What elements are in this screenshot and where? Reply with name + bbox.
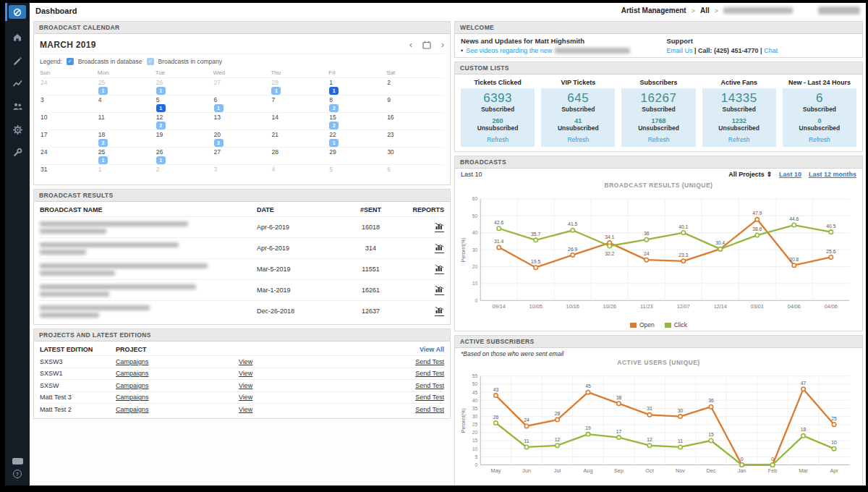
broadcast-count-badge[interactable]: 1: [156, 104, 166, 112]
home-icon[interactable]: [12, 31, 23, 43]
edit-pencil-icon[interactable]: [12, 54, 23, 66]
project-link[interactable]: Campaigns: [116, 358, 149, 365]
breadcrumb-redacted-item[interactable]: [723, 7, 793, 14]
data-point[interactable]: [608, 244, 611, 247]
checkbox-broadcasts-in-company[interactable]: ✓: [147, 58, 154, 65]
data-point[interactable]: [647, 413, 651, 417]
last-12-months-link[interactable]: Last 12 months: [809, 171, 856, 178]
help-icon[interactable]: ?: [13, 470, 22, 478]
data-point[interactable]: [617, 436, 621, 439]
project-link[interactable]: Campaigns: [116, 382, 149, 389]
calendar-icon[interactable]: [422, 41, 431, 49]
data-point[interactable]: [681, 259, 685, 263]
send-test-link[interactable]: Send Test: [415, 370, 444, 377]
data-point[interactable]: [681, 231, 685, 234]
broadcast-count-badge[interactable]: 1: [156, 156, 166, 164]
next-month-icon[interactable]: ›: [441, 41, 444, 49]
calendar-day[interactable]: 4: [271, 164, 328, 182]
data-point[interactable]: [678, 415, 682, 418]
broadcast-count-badge[interactable]: 1: [156, 87, 166, 95]
broadcast-count-badge[interactable]: 2: [329, 122, 339, 130]
data-point[interactable]: [534, 238, 537, 242]
calendar-day[interactable]: 30: [386, 147, 444, 164]
data-point[interactable]: [497, 245, 501, 249]
broadcast-count-badge[interactable]: 2: [329, 104, 339, 112]
broadcast-count-badge[interactable]: 1: [329, 87, 339, 95]
data-point[interactable]: [755, 233, 759, 237]
data-point[interactable]: [571, 229, 574, 232]
checkbox-broadcasts-in-database[interactable]: ✓: [67, 58, 74, 65]
chat-link[interactable]: Chat: [764, 47, 778, 54]
send-test-link[interactable]: Send Test: [415, 382, 444, 389]
broadcast-count-badge[interactable]: 1: [329, 139, 339, 147]
report-chart-button[interactable]: [435, 244, 444, 253]
broadcast-count-badge[interactable]: 1: [214, 104, 224, 112]
calendar-day[interactable]: 2: [156, 164, 213, 182]
calendar-day[interactable]: 203: [213, 130, 271, 147]
broadcast-name-redacted[interactable]: [40, 305, 257, 318]
data-point[interactable]: [556, 417, 559, 421]
calendar-day[interactable]: 24: [40, 147, 98, 164]
data-point[interactable]: [644, 237, 648, 241]
view-link[interactable]: View: [239, 394, 252, 401]
view-link[interactable]: View: [239, 382, 252, 389]
calendar-day[interactable]: 14: [271, 112, 328, 130]
calendar-day[interactable]: 2: [386, 77, 444, 95]
calendar-day[interactable]: 51: [156, 95, 213, 112]
calendar-day[interactable]: 261: [156, 147, 213, 164]
broadcast-name-redacted[interactable]: [40, 242, 257, 255]
report-chart-button[interactable]: [435, 223, 444, 232]
calendar-day[interactable]: 10: [40, 112, 98, 130]
data-point[interactable]: [524, 424, 528, 428]
broadcast-count-badge[interactable]: 2: [156, 122, 166, 130]
calendar-day[interactable]: 3: [40, 95, 98, 112]
broadcast-count-badge[interactable]: 1: [98, 156, 108, 164]
refresh-link[interactable]: Refresh: [462, 136, 533, 143]
data-point[interactable]: [829, 255, 833, 259]
data-point[interactable]: [571, 253, 574, 257]
project-link[interactable]: Campaigns: [116, 370, 149, 377]
calendar-day[interactable]: 82: [328, 95, 386, 112]
calendar-day[interactable]: 27: [213, 147, 271, 164]
data-point[interactable]: [534, 266, 537, 269]
data-point[interactable]: [556, 444, 559, 447]
calendar-day[interactable]: 23: [386, 130, 444, 147]
send-test-link[interactable]: Send Test: [415, 394, 444, 401]
broadcast-count-badge[interactable]: 3: [214, 139, 224, 147]
project-link[interactable]: Campaigns: [116, 394, 149, 401]
data-point[interactable]: [709, 404, 712, 408]
refresh-link[interactable]: Refresh: [784, 136, 855, 143]
refresh-link[interactable]: Refresh: [542, 136, 613, 143]
broadcast-count-badge[interactable]: 1: [271, 87, 281, 95]
calendar-day[interactable]: 17: [40, 130, 98, 147]
calendar-day[interactable]: 251: [98, 77, 156, 95]
calendar-day[interactable]: 152: [328, 112, 386, 130]
calendar-day[interactable]: 122: [156, 112, 213, 130]
report-chart-button[interactable]: [435, 307, 444, 316]
calendar-day[interactable]: 5: [328, 164, 386, 182]
data-point[interactable]: [718, 247, 722, 250]
data-point[interactable]: [740, 463, 744, 467]
data-point[interactable]: [644, 258, 648, 261]
calendar-day[interactable]: 24: [40, 77, 98, 95]
data-point[interactable]: [586, 390, 590, 394]
calendar-day[interactable]: 1: [98, 164, 156, 182]
data-point[interactable]: [792, 263, 796, 267]
calendar-day[interactable]: 261: [156, 77, 213, 95]
calendar-day[interactable]: 19: [156, 130, 213, 147]
calendar-day[interactable]: 9: [386, 95, 444, 112]
data-point[interactable]: [524, 445, 528, 449]
calendar-day[interactable]: 31: [40, 164, 98, 182]
tools-wrench-icon[interactable]: [12, 147, 23, 158]
flag-icon[interactable]: [12, 458, 23, 465]
calendar-day[interactable]: 21: [271, 130, 328, 147]
calendar-day[interactable]: 28: [271, 147, 328, 164]
data-point[interactable]: [832, 423, 835, 426]
news-link-redacted[interactable]: [555, 48, 630, 54]
view-link[interactable]: View: [239, 370, 252, 377]
last-10-link[interactable]: Last 10: [779, 171, 801, 178]
calendar-day[interactable]: 4: [98, 95, 156, 112]
calendar-day[interactable]: 6: [386, 164, 444, 182]
report-chart-button[interactable]: [435, 286, 444, 295]
refresh-link[interactable]: Refresh: [704, 136, 775, 143]
